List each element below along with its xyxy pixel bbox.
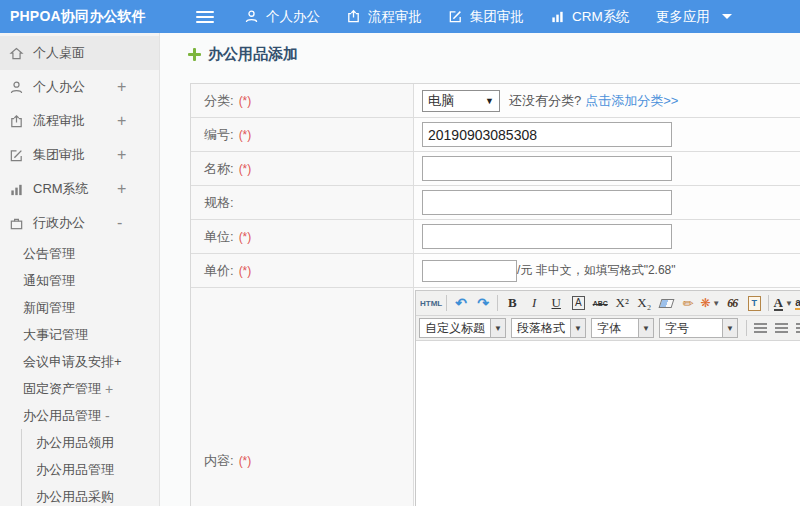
editor-content-area[interactable] [416,341,800,506]
caret-down-icon [722,14,732,19]
custom-heading-dropdown[interactable]: 自定义标题 ▼ [419,318,506,338]
bold-button[interactable]: B [502,293,522,313]
dropdown-label: 自定义标题 [420,319,490,337]
font-color-button[interactable]: A▼ [773,293,793,313]
code-input[interactable] [422,122,672,147]
sidebar-item-personal-desktop[interactable]: 个人桌面 [0,36,159,70]
name-label: 名称: [204,160,234,178]
expand-toggle[interactable]: + [117,180,126,198]
underline-button[interactable]: U [546,293,566,313]
sidebar-item-announcement-mgmt[interactable]: 公告管理 [0,240,159,267]
share-flow-icon [346,9,361,24]
nav-workflow-approval[interactable]: 流程审批 [346,8,422,26]
align-left-button[interactable] [754,323,767,333]
name-input[interactable] [422,156,672,181]
sidebar-item-meeting-request[interactable]: 会议申请及安排+ [0,348,159,375]
rich-text-editor: HTML ↶ ↷ B I U A ABC X² X₂ ✏ [415,290,800,506]
required-mark: (*) [239,264,252,278]
expand-toggle[interactable]: + [117,146,126,164]
expand-toggle[interactable]: - [105,408,110,424]
align-center-button[interactable] [775,323,788,333]
font-family-dropdown[interactable]: 字体 ▼ [591,318,654,338]
remove-format-button[interactable] [656,293,676,313]
nav-more-apps[interactable]: 更多应用 [656,8,732,26]
undo-button[interactable]: ↶ [451,293,471,313]
sidebar-item-personal-office[interactable]: 个人办公 + [0,70,159,104]
code-label: 编号: [204,126,234,144]
price-input[interactable] [422,260,517,282]
paragraph-format-dropdown[interactable]: 段落格式 ▼ [511,318,586,338]
sidebar-item-crm-system[interactable]: CRM系统 + [0,172,159,206]
blockquote-button[interactable]: 66 [722,293,742,313]
select-arrow-icon: ▼ [485,96,494,106]
expand-toggle[interactable]: - [117,214,122,232]
sidebar-item-group-approval[interactable]: 集团审批 + [0,138,159,172]
expand-toggle[interactable]: + [117,78,126,96]
person-icon [244,9,259,24]
dropdown-arrow-icon: ▼ [722,319,737,337]
highlight-color-button[interactable]: ab▼ [795,293,800,313]
html-source-button[interactable]: HTML [420,293,442,313]
nav-label: 更多应用 [656,8,710,26]
strikethrough-button[interactable]: ABC [590,293,610,313]
share-flow-icon [9,114,24,129]
expand-toggle[interactable]: + [117,112,126,130]
person-icon [9,80,24,95]
sidebar-item-office-supplies-mgmt[interactable]: 办公用品管理 - [0,402,159,429]
sidebar-item-label: 新闻管理 [23,299,75,317]
highlight-icon: ab [795,297,800,310]
required-mark: (*) [239,230,252,244]
sidebar-item-label: 公告管理 [23,245,75,263]
align-right-button[interactable] [796,323,800,333]
form-row-content: 内容: (*) HTML ↶ ↷ B I U A ABC [191,288,800,506]
add-supplies-form: 分类: (*) 电脑 ▼ 还没有分类? 点击添加分类>> 编号: (*) [190,83,800,506]
spec-input[interactable] [422,190,672,215]
nav-crm-system[interactable]: CRM系统 [550,8,630,26]
paste-as-text-button[interactable]: T [744,293,764,313]
nav-personal-office[interactable]: 个人办公 [244,8,320,26]
dropdown-label: 字体 [592,319,638,337]
app-logo: PHPOA协同办公软件 [0,8,162,26]
sidebar-item-supplies-claim[interactable]: 办公用品领用 [22,429,159,456]
sidebar-item-label: 办公用品采购 [36,488,114,506]
nav-label: 流程审批 [368,8,422,26]
dropdown-arrow-icon: ▼ [490,319,505,337]
sidebar-item-memorabilia-mgmt[interactable]: 大事记管理 [0,321,159,348]
dropdown-arrow-icon: ▼ [570,319,585,337]
redo-button[interactable]: ↷ [473,293,493,313]
form-row-name: 名称: (*) [191,152,800,186]
font-size-dropdown[interactable]: 字号 ▼ [659,318,738,338]
unit-input[interactable] [422,224,672,249]
add-category-link[interactable]: 点击添加分类>> [585,92,678,110]
editor-toolbar-row1: HTML ↶ ↷ B I U A ABC X² X₂ ✏ [416,291,800,316]
sidebar-item-label: 行政办公 [33,214,85,232]
top-nav: 个人办公 流程审批 集团审批 CRM系统 更多应用 [244,8,758,26]
nav-group-approval[interactable]: 集团审批 [448,8,524,26]
subscript-button[interactable]: X₂ [634,293,654,313]
sidebar-item-supplies-purchase[interactable]: 办公用品采购 [22,483,159,506]
sidebar-item-supplies-manage[interactable]: 办公用品管理 [22,456,159,483]
briefcase-icon [9,216,24,231]
sidebar-item-workflow-approval[interactable]: 流程审批 + [0,104,159,138]
sidebar-item-notice-mgmt[interactable]: 通知管理 [0,267,159,294]
expand-toggle[interactable]: + [105,381,113,397]
sidebar-item-news-mgmt[interactable]: 新闻管理 [0,294,159,321]
hamburger-menu-icon[interactable] [196,11,214,23]
required-mark: (*) [239,128,252,142]
format-brush-button[interactable]: ✏ [678,293,698,313]
sidebar-item-admin-office[interactable]: 行政办公 - [0,206,159,240]
sidebar-item-fixed-assets-mgmt[interactable]: 固定资产管理 + [0,375,159,402]
magic-icon: ❋ [700,296,710,310]
spec-label: 规格: [204,194,234,212]
italic-button[interactable]: I [524,293,544,313]
required-mark: (*) [239,162,252,176]
toolbar-separator [746,320,747,336]
sidebar-item-label: 个人办公 [33,78,85,96]
font-box-button[interactable]: A [568,293,588,313]
category-hint: 还没有分类? [509,92,581,110]
dropdown-label: 段落格式 [512,319,570,337]
superscript-button[interactable]: X² [612,293,632,313]
quick-format-button[interactable]: ❋▼ [700,293,720,313]
required-mark: (*) [239,454,252,468]
category-select[interactable]: 电脑 ▼ [422,90,500,112]
